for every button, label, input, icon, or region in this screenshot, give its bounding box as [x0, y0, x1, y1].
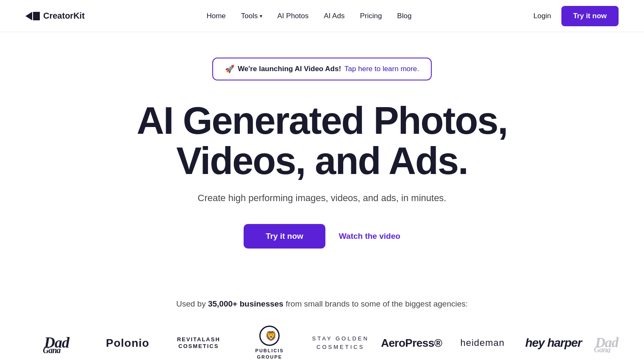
chevron-down-icon: ▾: [260, 13, 262, 19]
dadgang-svg: Dad Gang: [42, 330, 72, 353]
announcement-banner[interactable]: 🚀 We're launching AI Video Ads! Tap here…: [212, 58, 432, 80]
nav-links: Home Tools ▾ AI Photos AI Ads Pricing Bl…: [206, 12, 411, 20]
nav-pricing[interactable]: Pricing: [360, 12, 382, 20]
social-proof-count: 35,000+ businesses: [208, 299, 283, 308]
heideman-logo: heideman: [460, 337, 505, 348]
list-item: STAY GOLDENCOSMETICS: [309, 334, 372, 352]
rocket-emoji: 🚀: [225, 64, 234, 74]
hero-headline-line2: Videos, and Ads.: [176, 140, 468, 182]
try-it-now-button-hero[interactable]: Try it now: [244, 224, 325, 249]
nav-ai-ads[interactable]: AI Ads: [324, 12, 344, 20]
heyharper-logo: hey harper: [525, 336, 582, 350]
list-item: AeroPress®: [380, 337, 443, 350]
revitalash-logo: REVITALASHCOSMETICS: [177, 336, 220, 351]
social-proof-section: Used by 35,000+ businesses from small br…: [0, 299, 644, 361]
hero-subheadline: Create high performing images, videos, a…: [198, 193, 447, 204]
list-item: Dad Gang: [25, 330, 88, 356]
logo-icon: [25, 12, 40, 20]
staygolden-logo: STAY GOLDENCOSMETICS: [312, 334, 369, 352]
publicis-text: PUBLICISGROUPE: [255, 348, 284, 361]
publicis-logo: 🦁 PUBLICISGROUPE: [255, 326, 284, 361]
list-item: hey harper: [522, 336, 585, 350]
hero-headline: AI Generated Photos, Videos, and Ads.: [136, 101, 507, 181]
social-proof-text: Used by 35,000+ businesses from small br…: [17, 299, 627, 309]
list-item: Polonio: [97, 337, 159, 350]
dadgang2-svg: Dad Gang: [593, 330, 619, 353]
publicis-lion-icon: 🦁: [264, 330, 275, 342]
publicis-icon: 🦁: [259, 326, 280, 346]
nav-ai-photos[interactable]: AI Photos: [278, 12, 309, 20]
dadgang-logo: Dad Gang: [42, 330, 72, 356]
logo-triangle: [25, 12, 32, 20]
nav-tools[interactable]: Tools ▾: [241, 12, 262, 20]
hero-cta: Try it now Watch the video: [244, 224, 400, 249]
list-item: 🦁 PUBLICISGROUPE: [239, 326, 301, 361]
svg-text:🦁: 🦁: [265, 330, 275, 342]
svg-text:Gang: Gang: [594, 345, 611, 353]
navbar: CreatorKit Home Tools ▾ AI Photos AI Ads…: [0, 0, 644, 32]
logo-square: [33, 12, 40, 20]
nav-blog[interactable]: Blog: [397, 12, 411, 20]
hero-headline-line1: AI Generated Photos,: [136, 99, 507, 142]
hero-section: 🚀 We're launching AI Video Ads! Tap here…: [0, 32, 644, 299]
social-proof-prefix: Used by: [176, 299, 208, 308]
announcement-tap-text: Tap here to learn more.: [344, 65, 419, 73]
list-item: REVITALASHCOSMETICS: [167, 336, 230, 351]
announcement-bold: We're launching AI Video Ads!: [238, 65, 341, 73]
polonio-logo: Polonio: [106, 337, 149, 350]
logo-text: CreatorKit: [43, 11, 85, 21]
logos-row: Dad Gang Polonio REVITALASHCOSMETICS 🦁 P…: [17, 326, 627, 361]
nav-home[interactable]: Home: [206, 12, 225, 20]
login-button[interactable]: Login: [533, 12, 551, 20]
svg-text:Gang: Gang: [43, 345, 61, 353]
logo[interactable]: CreatorKit: [25, 11, 85, 21]
list-item: Dad Gang: [593, 330, 619, 356]
watch-video-button[interactable]: Watch the video: [339, 232, 400, 241]
aeropress-logo: AeroPress®: [381, 337, 442, 350]
social-proof-suffix: from small brands to some of the biggest…: [283, 299, 468, 308]
try-it-now-button-nav[interactable]: Try it now: [561, 6, 619, 26]
list-item: heideman: [451, 337, 514, 348]
nav-actions: Login Try it now: [533, 6, 619, 26]
dadgang2-logo: Dad Gang: [593, 330, 619, 356]
